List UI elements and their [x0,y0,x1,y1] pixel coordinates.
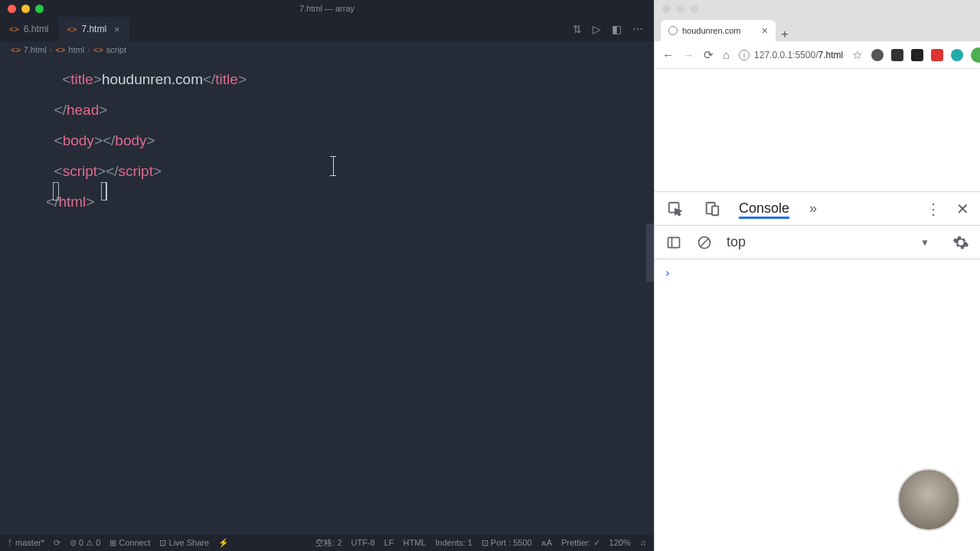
reload-button[interactable]: ⟳ [704,48,714,62]
chevron-right-icon: › [50,45,53,54]
code-line: <title>houdunren.com</title> [46,64,643,95]
live-share[interactable]: ⊡ Live Share [159,538,209,548]
close-tab-icon[interactable]: × [114,24,120,35]
more-actions-icon[interactable]: ⋯ [632,23,643,35]
context-selector[interactable]: top ▼ [727,234,939,250]
close-devtools-icon[interactable]: ✕ [956,200,969,218]
more-tabs-icon[interactable]: » [809,201,817,217]
bookmark-star-icon[interactable]: ☆ [852,48,862,62]
forward-button[interactable]: → [683,48,694,61]
toggle-sidebar-icon[interactable] [665,234,682,251]
text-size-icon[interactable]: ᴀA [541,538,552,548]
extensions: ⋮ [871,47,980,63]
tab-label: 7.html [81,24,106,34]
extension-icon[interactable] [891,49,903,61]
address-bar[interactable]: i 127.0.0.1:5500/7.html [739,50,843,60]
close-window-button[interactable] [662,5,671,13]
inspect-element-icon[interactable] [665,199,685,219]
code-line: </head> [46,95,643,126]
code-line: <script></script> [46,156,643,187]
tab-7html[interactable]: <> 7.html × [58,17,129,41]
maximize-window-button[interactable] [35,5,44,13]
window-title: 7.html — array [299,4,354,13]
vscode-titlebar: 7.html — array [0,0,654,17]
eol[interactable]: LF [384,538,394,547]
html-file-icon: <> [11,45,21,54]
breadcrumb[interactable]: <> 7.html › <> html › <> script [0,41,654,58]
browser-toolbar: ← → ⟳ ⌂ i 127.0.0.1:5500/7.html ☆ ⋮ [655,41,980,69]
sync-icon[interactable]: ⟳ [54,538,60,548]
bell-icon[interactable]: ♫ [640,538,646,547]
minimap-scroll[interactable] [646,223,654,282]
console-settings-icon[interactable] [952,234,969,251]
code-editor[interactable]: <title>houdunren.com</title> </head> <bo… [0,58,654,534]
breadcrumb-script[interactable]: script [106,45,126,54]
encoding[interactable]: UTF-8 [351,538,375,547]
code-line: </html> [46,187,643,217]
code-line: <body></body> [46,126,643,156]
html-file-icon: <> [9,24,19,34]
indent-spaces[interactable]: 空格: 2 [315,537,341,549]
html-file-icon: <> [67,24,77,34]
lightning-icon[interactable]: ⚡ [218,538,229,548]
problems[interactable]: ⊘ 0 ⚠ 0 [70,538,100,548]
extension-icon[interactable] [911,49,923,61]
svg-rect-3 [668,237,680,247]
prettier-status[interactable]: Prettier: ✓ [561,538,600,548]
git-branch[interactable]: ᚶ master* [8,538,44,547]
live-server-port[interactable]: ⊡ Port : 5500 [482,538,532,548]
clear-console-icon[interactable] [696,234,713,251]
favicon-icon [668,26,678,35]
devtools-tab-bar: Console » ⋮ ✕ [655,192,980,226]
close-window-button[interactable] [8,5,16,13]
webcam-overlay [897,468,960,531]
brackets-icon: <> [93,45,103,54]
console-tab[interactable]: Console [739,201,789,219]
brackets-icon: <> [56,45,66,54]
traffic-lights [662,5,698,13]
maximize-window-button[interactable] [690,5,698,13]
zoom-level[interactable]: 120% [609,538,631,547]
browser-titlebar [655,0,980,17]
console-prompt-icon: › [664,266,671,280]
site-info-icon[interactable]: i [739,50,750,60]
svg-rect-2 [712,206,718,215]
minimize-window-button[interactable] [21,5,30,13]
home-button[interactable]: ⌂ [723,48,730,61]
tab-6html[interactable]: <> 6.html [0,17,58,41]
indents[interactable]: Indents: 1 [435,538,472,547]
status-bar: ᚶ master* ⟳ ⊘ 0 ⚠ 0 ⊞ Connect ⊡ Live Sha… [0,534,654,551]
new-tab-button[interactable]: + [776,28,794,41]
devtools-menu-icon[interactable]: ⋮ [926,200,941,218]
tab-label: 6.html [24,24,49,34]
text-cursor-icon [333,156,334,176]
chevron-right-icon: › [87,45,90,54]
browser-tab-strip: houdunren.com × + [655,17,980,41]
editor-tab-bar: <> 6.html <> 7.html × ⇅ ▷ ◧ ⋯ [0,17,654,41]
traffic-lights [8,5,44,13]
chevron-down-icon: ▼ [920,237,929,248]
breadcrumb-file[interactable]: 7.html [24,45,47,54]
browser-tab[interactable]: houdunren.com × [661,20,776,41]
breadcrumb-html[interactable]: html [68,45,84,54]
extension-icon[interactable] [871,49,884,61]
minimize-window-button[interactable] [676,5,684,13]
run-icon[interactable]: ▷ [593,23,601,35]
extension-icon[interactable] [931,49,943,61]
profile-avatar[interactable] [971,47,980,63]
device-toggle-icon[interactable] [702,199,722,219]
browser-tab-title: houdunren.com [682,26,740,35]
split-editor-icon[interactable]: ◧ [612,23,622,35]
compare-changes-icon[interactable]: ⇅ [573,23,582,35]
back-button[interactable]: ← [662,48,674,61]
extension-icon[interactable] [951,49,963,61]
console-toolbar: top ▼ [655,226,980,259]
editor-actions: ⇅ ▷ ◧ ⋯ [573,23,654,35]
language-mode[interactable]: HTML [403,538,426,547]
remote-connect[interactable]: ⊞ Connect [109,538,150,548]
vscode-window: 7.html — array <> 6.html <> 7.html × ⇅ ▷… [0,0,654,551]
close-tab-icon[interactable]: × [762,24,768,37]
